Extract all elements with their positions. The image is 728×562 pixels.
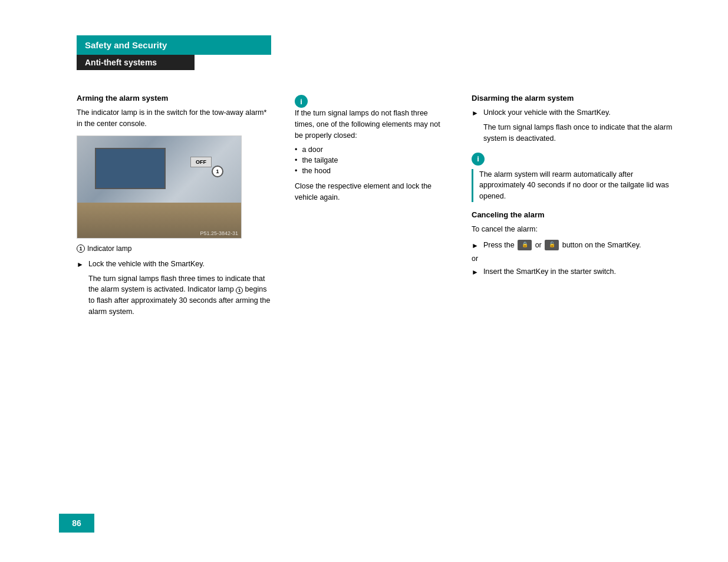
bullet-tailgate: the tailgate <box>295 156 448 164</box>
image-caption: 1 Indicator lamp <box>77 244 271 253</box>
bullet-door: a door <box>295 146 448 154</box>
arrow-icon-3: ► <box>472 240 479 251</box>
info-body: If the turn signal lamps do not flash th… <box>295 108 448 141</box>
bullet-tailgate-text: the tailgate <box>302 156 338 164</box>
circle-num-inline: 1 <box>236 287 243 294</box>
canceling-arrow-1: ► Press the 🔒 or 🔓 button on the SmartKe… <box>472 240 681 251</box>
canceling-arrow-1-text: Press the 🔒 or 🔓 button on the SmartKey. <box>483 240 681 251</box>
bullet-list: a door the tailgate the hood <box>295 146 448 175</box>
indicator-number: 1 <box>77 244 85 253</box>
arrow-icon-2: ► <box>472 108 479 118</box>
middle-column: i If the turn signal lamps do not flash … <box>295 94 448 321</box>
info-icon-1: i <box>295 95 308 108</box>
arming-body1: The indicator lamp is in the switch for … <box>77 107 271 130</box>
arrow-icon-4: ► <box>472 267 479 277</box>
left-column: Arming the alarm system The indicator la… <box>77 94 271 321</box>
arrow-icon: ► <box>77 259 84 270</box>
page: Safety and Security Anti-theft systems A… <box>0 0 728 562</box>
lock-arrow-item: ► Lock the vehicle with the SmartKey. <box>77 259 271 270</box>
bullet-door-text: a door <box>302 146 322 154</box>
info2-text: The alarm system will rearm automaticall… <box>472 169 681 202</box>
unlock-key-icon: 🔓 <box>545 240 559 250</box>
canceling-arrow-2-text: Insert the SmartKey in the starter switc… <box>483 266 681 277</box>
chapter-title: Safety and Security <box>77 35 271 55</box>
disarming-arrow: ► Unlock your vehicle with the SmartKey. <box>472 107 681 118</box>
canceling-heading: Canceling the alarm <box>472 210 681 219</box>
info-icon-2: i <box>472 153 485 166</box>
bullet-hood: the hood <box>295 167 448 175</box>
lock-text: Lock the vehicle with the SmartKey. <box>88 259 271 270</box>
page-number: 86 <box>59 514 94 533</box>
canceling-arrow-2: ► Insert the SmartKey in the starter swi… <box>472 266 681 277</box>
dashboard-screen <box>95 148 166 189</box>
arming-indented: The turn signal lamps flash three times … <box>88 273 271 318</box>
right-column: Disarming the alarm system ► Unlock your… <box>472 94 681 321</box>
lock-key-icon: 🔒 <box>518 240 532 250</box>
bullet-hood-text: the hood <box>302 167 331 175</box>
header-section: Safety and Security Anti-theft systems <box>77 35 681 82</box>
section-title: Anti-theft systems <box>77 55 195 70</box>
content-columns: Arming the alarm system The indicator la… <box>77 94 681 321</box>
disarming-arrow-text: Unlock your vehicle with the SmartKey. <box>483 107 681 118</box>
close-text: Close the respective element and lock th… <box>295 181 448 203</box>
car-dashboard-image: OFF 1 <box>77 135 242 239</box>
canceling-body: To cancel the alarm: <box>472 224 681 235</box>
circle-indicator-sim: 1 <box>212 166 223 177</box>
info-box-top: i If the turn signal lamps do not flash … <box>295 94 448 208</box>
disarming-indented: The turn signal lamps flash once to indi… <box>483 122 681 144</box>
arming-heading: Arming the alarm system <box>77 94 271 103</box>
info-box-2-wrapper: i The alarm system will rearm automatica… <box>472 153 681 202</box>
off-button-sim: OFF <box>190 157 212 167</box>
indicator-label: Indicator lamp <box>87 244 131 253</box>
disarming-heading: Disarming the alarm system <box>472 94 681 103</box>
or-divider: or <box>472 254 681 263</box>
